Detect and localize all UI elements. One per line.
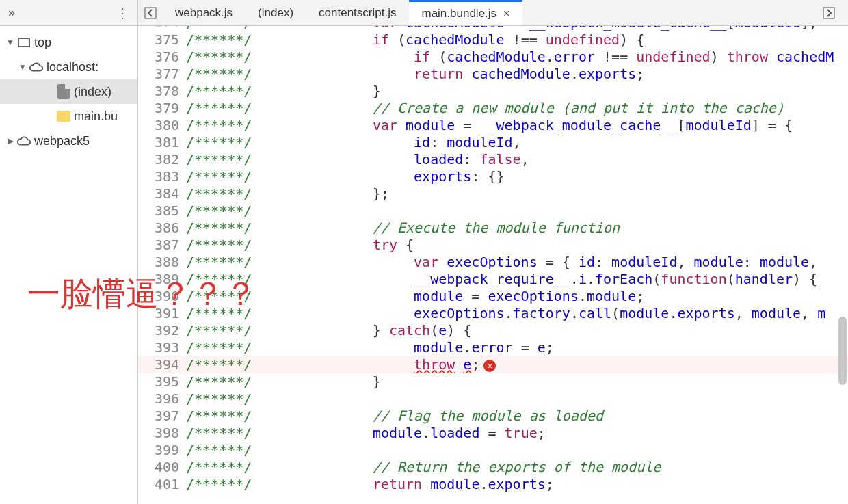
- code-prefix: /******/: [186, 425, 265, 442]
- line-number: 396: [138, 390, 186, 408]
- nav-prev-icon[interactable]: [142, 0, 159, 25]
- code-line[interactable]: 398/******/ module.loaded = true;: [138, 425, 848, 442]
- code-line[interactable]: 400/******/ // Return the exports of the…: [138, 459, 848, 476]
- code-prefix: /******/: [186, 305, 265, 322]
- code-line[interactable]: 391/******/ execOptions.factory.call(mod…: [138, 305, 848, 322]
- code-line[interactable]: 385/******/: [138, 202, 848, 220]
- code-content: var cachedModule = __webpack_module_cach…: [265, 26, 848, 31]
- code-line[interactable]: 384/******/ };: [138, 185, 848, 202]
- code-line[interactable]: 378/******/ }: [138, 83, 848, 100]
- code-line[interactable]: 396/******/: [138, 390, 848, 408]
- line-number: 391: [138, 305, 186, 322]
- code-line[interactable]: 386/******/ // Execute the module functi…: [138, 220, 848, 237]
- svg-rect-1: [823, 8, 834, 18]
- tab-webpack-js[interactable]: webpack.js: [163, 0, 246, 25]
- code-line[interactable]: 387/******/ try {: [138, 237, 848, 254]
- line-number: 374: [138, 26, 186, 31]
- tab-contentscript-js[interactable]: contentscript.js: [306, 0, 409, 25]
- tab--index-[interactable]: (index): [246, 0, 306, 25]
- code-prefix: /******/: [186, 168, 265, 185]
- code-line[interactable]: 389/******/ __webpack_require__.i.forEac…: [138, 271, 848, 288]
- nav-next-icon[interactable]: [821, 7, 837, 19]
- code-prefix: /******/: [186, 151, 265, 168]
- code-line[interactable]: 393/******/ module.error = e;: [138, 339, 848, 356]
- line-number: 381: [138, 134, 186, 151]
- tree-item--index-[interactable]: (index): [0, 79, 137, 104]
- code-content: [265, 202, 848, 220]
- code-content: }: [265, 373, 848, 390]
- code-prefix: /******/: [186, 459, 265, 476]
- line-number: 397: [138, 408, 186, 425]
- expand-panes-button[interactable]: »: [8, 5, 15, 20]
- code-content: loaded: false,: [265, 151, 848, 168]
- tab-main-bundle-js[interactable]: main.bundle.js×: [409, 0, 522, 25]
- line-number: 376: [138, 49, 186, 66]
- triangle-down-icon[interactable]: ▼: [16, 62, 29, 72]
- code-prefix: /******/: [186, 100, 265, 117]
- code-line[interactable]: 395/******/ }: [138, 373, 848, 390]
- code-line[interactable]: 376/******/ if (cachedModule.error !== u…: [138, 49, 848, 66]
- code-line[interactable]: 381/******/ id: moduleId,: [138, 134, 848, 151]
- code-content: };: [265, 185, 848, 202]
- code-content: __webpack_require__.i.forEach(function(h…: [265, 271, 848, 288]
- line-number: 394: [138, 356, 186, 373]
- code-line[interactable]: 375/******/ if (cachedModule !== undefin…: [138, 31, 848, 49]
- tree-item-webpack5[interactable]: ▶webpack5: [0, 129, 137, 153]
- cloud-icon: [29, 62, 44, 72]
- code-line[interactable]: 374/******/ var cachedModule = __webpack…: [138, 26, 848, 31]
- code-prefix: /******/: [186, 408, 265, 425]
- code-content: // Create a new module (and put it into …: [265, 100, 848, 117]
- line-number: 387: [138, 237, 186, 254]
- line-number: 377: [138, 66, 186, 83]
- code-prefix: /******/: [186, 220, 265, 237]
- code-prefix: /******/: [186, 476, 265, 493]
- error-icon[interactable]: ✕: [483, 360, 496, 372]
- code-line[interactable]: 401/******/ return module.exports;: [138, 476, 848, 493]
- code-content: if (cachedModule.error !== undefined) th…: [265, 49, 848, 66]
- code-line[interactable]: 379/******/ // Create a new module (and …: [138, 100, 848, 117]
- code-content: [265, 442, 848, 459]
- code-line[interactable]: 388/******/ var execOptions = { id: modu…: [138, 254, 848, 271]
- more-menu-button[interactable]: ⋮: [116, 5, 129, 21]
- tree-item-top[interactable]: ▼top: [0, 30, 137, 55]
- code-prefix: /******/: [186, 442, 265, 459]
- code-line[interactable]: 392/******/ } catch(e) {: [138, 322, 848, 339]
- code-prefix: /******/: [186, 185, 265, 202]
- code-editor[interactable]: 374/******/ var cachedModule = __webpack…: [138, 26, 848, 504]
- line-number: 393: [138, 339, 186, 356]
- code-content: [265, 390, 848, 408]
- folder-icon: [56, 111, 71, 122]
- line-number: 379: [138, 100, 186, 117]
- code-line[interactable]: 380/******/ var module = __webpack_modul…: [138, 117, 848, 134]
- vertical-scrollbar[interactable]: [838, 317, 847, 385]
- sidebar-tools: » ⋮: [0, 0, 138, 25]
- tab-label: main.bundle.js: [421, 7, 496, 21]
- tree-item-label: webpack5: [34, 134, 90, 148]
- code-line[interactable]: 399/******/: [138, 442, 848, 459]
- code-content: exports: {}: [265, 168, 848, 185]
- code-line[interactable]: 383/******/ exports: {}: [138, 168, 848, 185]
- code-line[interactable]: 397/******/ // Flag the module as loaded: [138, 408, 848, 425]
- code-line[interactable]: 394/******/ throw e;✕: [138, 356, 848, 373]
- tree-item-localhost-[interactable]: ▼localhost:: [0, 55, 137, 79]
- line-number: 385: [138, 202, 186, 220]
- code-line[interactable]: 382/******/ loaded: false,: [138, 151, 848, 168]
- line-number: 378: [138, 83, 186, 100]
- code-line[interactable]: 377/******/ return cachedModule.exports;: [138, 66, 848, 83]
- line-number: 389: [138, 271, 186, 288]
- line-number: 388: [138, 254, 186, 271]
- code-line[interactable]: 390/******/ module = execOptions.module;: [138, 288, 848, 305]
- svg-rect-0: [145, 8, 156, 18]
- code-content: // Return the exports of the module: [265, 459, 848, 476]
- line-number: 400: [138, 459, 186, 476]
- tree-item-main-bu[interactable]: main.bu: [0, 104, 137, 129]
- triangle-down-icon[interactable]: ▼: [4, 38, 16, 47]
- tree-item-label: main.bu: [74, 109, 118, 124]
- triangle-right-icon[interactable]: ▶: [4, 136, 16, 146]
- tab-bar: » ⋮ webpack.js(index)contentscript.jsmai…: [0, 0, 848, 26]
- line-number: 399: [138, 442, 186, 459]
- code-prefix: /******/: [186, 254, 265, 271]
- line-number: 395: [138, 373, 186, 390]
- line-number: 398: [138, 425, 186, 442]
- tab-close-icon[interactable]: ×: [503, 8, 509, 20]
